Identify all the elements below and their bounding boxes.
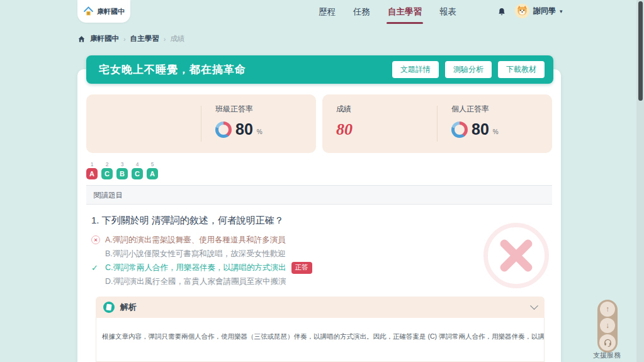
class-rate-label: 班級正答率 xyxy=(215,104,316,115)
answer-badge: B xyxy=(116,168,128,179)
analysis-header[interactable]: 解析 xyxy=(96,297,545,318)
option-c[interactable]: ✓ C.彈詞常兩人合作，用樂器伴奏，以講唱的方式演出 正答 xyxy=(91,261,312,274)
school-name: 康軒國中 xyxy=(97,7,125,16)
personal-rate-unit: % xyxy=(493,128,499,135)
question-detail-button[interactable]: 文題詳情 xyxy=(392,61,439,78)
banner-actions: 文題詳情 測驗分析 下載教材 xyxy=(392,61,545,78)
answer-number: 1 xyxy=(91,161,94,168)
scrollbar-track[interactable] xyxy=(636,0,644,362)
breadcrumb: 康軒國中 › 自主學習 › 成績 xyxy=(77,34,184,43)
nav-history[interactable]: 歷程 xyxy=(319,6,336,18)
answer-number: 4 xyxy=(136,161,139,168)
personal-rate-value: 80 xyxy=(472,120,489,139)
personal-rate-donut-chart xyxy=(451,122,468,138)
option-b-text: B.彈詞小說僅限女性可書寫和說唱，故深受女性歡迎 xyxy=(105,249,286,259)
school-logo[interactable]: 康軒國中 xyxy=(77,0,130,23)
option-d-text: D.彈詞演出風行全國，富貴人家會請團員至家中搬演 xyxy=(105,276,286,287)
answer-badge: A xyxy=(86,168,98,179)
nav-reports[interactable]: 報表 xyxy=(439,6,456,18)
question-text: 1. 下列關於明 清彈詞的敘述，何者說明正確？ xyxy=(91,215,284,227)
score-value: 80 xyxy=(336,120,437,139)
answer-item-2[interactable]: 2 C xyxy=(101,161,113,179)
bell-icon[interactable] xyxy=(497,6,507,18)
caret-down-icon: ▾ xyxy=(560,8,563,14)
section-header-reading: 閱讀題目 xyxy=(86,185,552,205)
analysis-doc-icon xyxy=(103,302,115,313)
answer-badge: C xyxy=(132,168,143,179)
breadcrumb-school[interactable]: 康軒國中 xyxy=(90,34,119,43)
headset-support-button[interactable] xyxy=(599,334,616,351)
correct-answer-badge: 正答 xyxy=(291,262,312,274)
user-name: 謝同學 xyxy=(533,6,556,16)
wrong-mark-icon: ✕ xyxy=(91,235,100,244)
top-navigation: 歷程 任務 自主學習 報表 xyxy=(319,0,456,24)
answer-number: 2 xyxy=(106,161,109,168)
answer-item-5[interactable]: 5 A xyxy=(147,161,158,179)
class-rate-card: 班級正答率 80 % xyxy=(86,94,316,153)
school-house-icon xyxy=(83,6,94,16)
results-card: 班級正答率 80 % 成績 80 個人正答率 80 % xyxy=(77,69,561,362)
answer-item-1[interactable]: 1 A xyxy=(86,161,98,179)
breadcrumb-sep-icon: › xyxy=(164,35,166,43)
score-label: 成績 xyxy=(336,104,437,115)
test-analysis-button[interactable]: 測驗分析 xyxy=(445,61,492,78)
class-rate-donut-chart xyxy=(215,122,232,138)
exam-banner: 宅女晚上不睡覺，都在搞革命 文題詳情 測驗分析 下載教材 xyxy=(86,55,553,84)
user-menu[interactable]: 謝同學 ▾ xyxy=(515,4,563,18)
scroll-up-button[interactable]: ↑ xyxy=(600,302,615,317)
analysis-title: 解析 xyxy=(120,302,137,313)
answer-badge: A xyxy=(147,168,158,179)
option-c-text: C.彈詞常兩人合作，用樂器伴奏，以講唱的方式演出 xyxy=(105,263,286,273)
download-material-button[interactable]: 下載教材 xyxy=(498,61,545,78)
stats-row: 班級正答率 80 % 成績 80 個人正答率 80 % xyxy=(86,94,552,153)
option-d[interactable]: D.彈詞演出風行全國，富貴人家會請團員至家中搬演 xyxy=(91,274,312,288)
score-card: 成績 80 個人正答率 80 % xyxy=(322,94,552,153)
class-rate-unit: % xyxy=(257,128,263,135)
nav-tasks[interactable]: 任務 xyxy=(353,6,370,18)
scrollbar-thumb[interactable] xyxy=(638,1,643,101)
breadcrumb-self-learning[interactable]: 自主學習 xyxy=(130,34,159,43)
support-widget: ↑ ↓ xyxy=(597,300,618,353)
chevron-down-icon xyxy=(530,302,538,310)
analysis-body: 根據文章內容，彈詞只需要兩個人合作，使用樂器（三弦或琵琶）伴奏，以講唱的方式演出… xyxy=(96,318,545,362)
support-label: 支援服務 xyxy=(593,351,621,360)
class-rate-value: 80 xyxy=(235,120,253,139)
personal-rate-label: 個人正答率 xyxy=(451,104,552,115)
option-a[interactable]: ✕ A.彈詞的演出需架設舞臺、使用各種道具和許多演員 xyxy=(91,233,312,247)
answer-badges-row: 1 A 2 C 3 B 4 C 5 A xyxy=(86,161,158,179)
answer-item-4[interactable]: 4 C xyxy=(132,161,143,179)
option-a-text: A.彈詞的演出需架設舞臺、使用各種道具和許多演員 xyxy=(105,235,286,246)
home-icon xyxy=(77,35,86,43)
headset-icon xyxy=(603,338,613,347)
answer-item-3[interactable]: 3 B xyxy=(116,161,128,179)
exam-title: 宅女晚上不睡覺，都在搞革命 xyxy=(99,62,246,77)
answer-badge: C xyxy=(101,168,113,179)
answer-number: 5 xyxy=(151,161,154,168)
option-b[interactable]: B.彈詞小說僅限女性可書寫和說唱，故深受女性歡迎 xyxy=(91,247,312,261)
check-mark-icon: ✓ xyxy=(91,263,98,273)
breadcrumb-current: 成績 xyxy=(170,34,184,43)
breadcrumb-sep-icon: › xyxy=(123,35,126,43)
nav-self-learning[interactable]: 自主學習 xyxy=(388,6,422,18)
options-list: ✕ A.彈詞的演出需架設舞臺、使用各種道具和許多演員 B.彈詞小說僅限女性可書寫… xyxy=(91,233,312,288)
user-avatar xyxy=(515,4,529,18)
answer-number: 3 xyxy=(121,161,124,168)
class-rate-empty xyxy=(86,104,201,144)
analysis-section: 解析 根據文章內容，彈詞只需要兩個人合作，使用樂器（三弦或琵琶）伴奏，以講唱的方… xyxy=(96,297,545,362)
scroll-down-button[interactable]: ↓ xyxy=(600,318,615,333)
wrong-result-icon xyxy=(483,223,549,288)
